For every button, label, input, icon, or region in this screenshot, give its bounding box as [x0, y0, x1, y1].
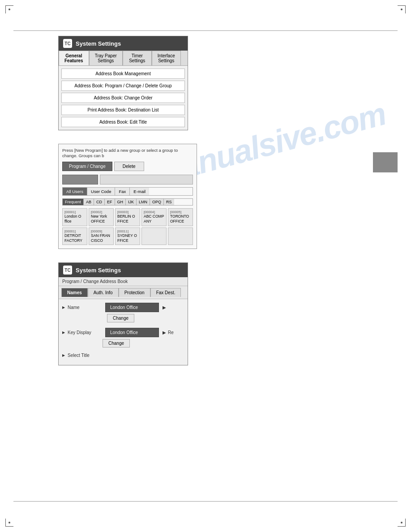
panel2-search-row	[62, 175, 193, 184]
addr-entry-6[interactable]: [00009] SAN FRANCISCO	[89, 227, 114, 245]
tab-timer[interactable]: TimerSettings	[123, 51, 152, 65]
menu-address-book-management[interactable]: Address Book Management	[61, 69, 185, 79]
select-title-label: Select Title	[68, 353, 103, 358]
name-value[interactable]: London Office	[105, 303, 159, 312]
addr-code-0: [00001]	[64, 210, 85, 215]
addr-entry-2[interactable]: [00003] BERLIN OFFICE	[115, 208, 140, 226]
filter-all-users[interactable]: All Users	[63, 188, 87, 195]
addr-entry-9	[168, 227, 193, 245]
name-field-row: ▶ Name London Office ▶	[62, 303, 184, 312]
key-display-change-button[interactable]: Change	[103, 339, 130, 348]
alpha-row: Frequent AB CD EF GH IJK LMN OPQ RS	[62, 198, 193, 206]
menu-print-address-book[interactable]: Print Address Book: Destination List	[61, 105, 185, 115]
tab-interface[interactable]: InterfaceSettings	[152, 51, 181, 65]
addr-entry-0[interactable]: [00001] London Office	[62, 208, 87, 226]
addr-entry-4[interactable]: [00005] TORONTOOFFICE	[168, 208, 193, 226]
addr-code-3: [00004]	[144, 210, 164, 215]
alpha-gh[interactable]: GH	[115, 199, 126, 205]
panel1-menu-list: Address Book Management Address Book: Pr…	[59, 66, 188, 130]
program-change-button[interactable]: Program / Change	[62, 162, 112, 171]
alpha-rs[interactable]: RS	[164, 199, 174, 205]
alpha-ab[interactable]: AB	[84, 199, 94, 205]
addr-name-1: New YorkOFFICE	[91, 214, 111, 224]
panel2-btn-row: Program / Change Delete	[62, 162, 193, 171]
panel3-header: TC System Settings	[59, 263, 188, 277]
select-title-triangle: ▶	[62, 353, 65, 357]
panel3-subheader: Program / Change Address Book	[59, 277, 188, 286]
tab-names[interactable]: Names	[61, 288, 88, 297]
search-input[interactable]	[100, 175, 193, 184]
name-triangle: ▶	[62, 305, 65, 309]
tab-auth-info[interactable]: Auth. Info	[88, 288, 119, 297]
panel3-title: System Settings	[76, 267, 121, 274]
key-display-field-row: ▶ Key Display London Office ▶ Re	[62, 328, 184, 337]
panel1-icon: TC	[63, 39, 72, 48]
corner-dot-tl	[9, 9, 10, 10]
name-field-group: ▶ Name London Office ▶ Change	[62, 303, 184, 325]
header-line	[13, 30, 398, 31]
re-label: Re	[168, 330, 174, 335]
panel1-title: System Settings	[76, 40, 121, 47]
addr-name-7: SYDNEY OFFICE	[117, 233, 138, 243]
footer-line	[13, 501, 398, 502]
corner-dot-tr	[401, 9, 402, 10]
search-box-dark	[62, 175, 98, 184]
addr-entry-5[interactable]: [00001] DETROITFACTORY	[62, 227, 87, 245]
name-arrow: ▶	[163, 305, 166, 310]
addr-code-7: [00011]	[117, 229, 138, 234]
filter-user-code[interactable]: User Code	[87, 188, 115, 195]
addr-code-5: [00001]	[64, 229, 85, 234]
filter-fax[interactable]: Fax	[115, 188, 130, 195]
name-change-button[interactable]: Change	[107, 314, 134, 322]
address-book-group-panel: Press [New Program] to add a new group o…	[58, 144, 197, 249]
alpha-ef[interactable]: EF	[105, 199, 115, 205]
addr-name-6: SAN FRANCISCO	[91, 233, 111, 243]
gray-sidebar-block	[373, 152, 398, 172]
addr-code-1: [00002]	[91, 210, 111, 215]
corner-dot-br	[401, 522, 402, 523]
addr-entry-1[interactable]: [00002] New YorkOFFICE	[89, 208, 114, 226]
addr-name-2: BERLIN OFFICE	[117, 214, 138, 224]
alpha-frequent[interactable]: Frequent	[63, 199, 84, 205]
addr-entry-3[interactable]: [00004] ABC COMPANY	[141, 208, 167, 226]
panel1-tabs: GeneralFeatures Tray PaperSettings Timer…	[59, 51, 188, 66]
addr-entry-7[interactable]: [00011] SYDNEY OFFICE	[115, 227, 140, 245]
tab-general-features[interactable]: GeneralFeatures	[59, 51, 89, 65]
addr-code-4: [00005]	[170, 210, 191, 215]
key-display-field-group: ▶ Key Display London Office ▶ Re Change	[62, 328, 184, 350]
system-settings-panel-1: TC System Settings GeneralFeatures Tray …	[58, 36, 188, 130]
menu-address-book-program[interactable]: Address Book: Program / Change / Delete …	[61, 81, 185, 91]
menu-address-book-edit-title[interactable]: Address Book: Edit Title	[61, 117, 185, 127]
address-grid: [00001] London Office [00002] New YorkOF…	[62, 208, 193, 245]
addr-code-6: [00009]	[91, 229, 111, 234]
tab-protection[interactable]: Protection	[119, 288, 150, 297]
addr-name-0: London Office	[64, 214, 85, 224]
addr-name-4: TORONTOOFFICE	[170, 214, 191, 224]
alpha-ijk[interactable]: IJK	[126, 199, 137, 205]
select-title-row: ▶ Select Title	[62, 353, 184, 358]
key-display-triangle: ▶	[62, 330, 65, 335]
corner-dot-bl	[9, 522, 10, 523]
panel3-tabs: Names Auth. Info Protection Fax Dest.	[61, 288, 185, 297]
menu-address-book-change-order[interactable]: Address Book: Change Order	[61, 93, 185, 103]
key-display-arrow: ▶	[163, 330, 166, 335]
tab-tray-paper[interactable]: Tray PaperSettings	[89, 51, 123, 65]
content-area: TC System Settings GeneralFeatures Tray …	[58, 36, 264, 365]
addr-entry-8	[141, 227, 167, 245]
filter-email[interactable]: E-mail	[130, 188, 149, 195]
panel3-icon: TC	[63, 266, 72, 275]
name-label: Name	[68, 305, 103, 310]
alpha-lmn[interactable]: LMN	[137, 199, 150, 205]
panel2-notice: Press [New Program] to add a new group o…	[62, 148, 193, 159]
panel3-body: ▶ Name London Office ▶ Change ▶ Key Disp…	[59, 299, 188, 365]
panel1-header: TC System Settings	[59, 36, 188, 51]
key-display-label: Key Display	[68, 330, 103, 335]
key-display-value[interactable]: London Office	[105, 328, 159, 337]
addr-code-2: [00003]	[117, 210, 138, 215]
delete-button[interactable]: Delete	[114, 162, 144, 171]
system-settings-panel-3: TC System Settings Program / Change Addr…	[58, 262, 188, 365]
filter-row: All Users User Code Fax E-mail	[62, 187, 193, 196]
alpha-cd[interactable]: CD	[94, 199, 105, 205]
tab-fax-dest[interactable]: Fax Dest.	[150, 288, 181, 297]
alpha-opq[interactable]: OPQ	[150, 199, 164, 205]
